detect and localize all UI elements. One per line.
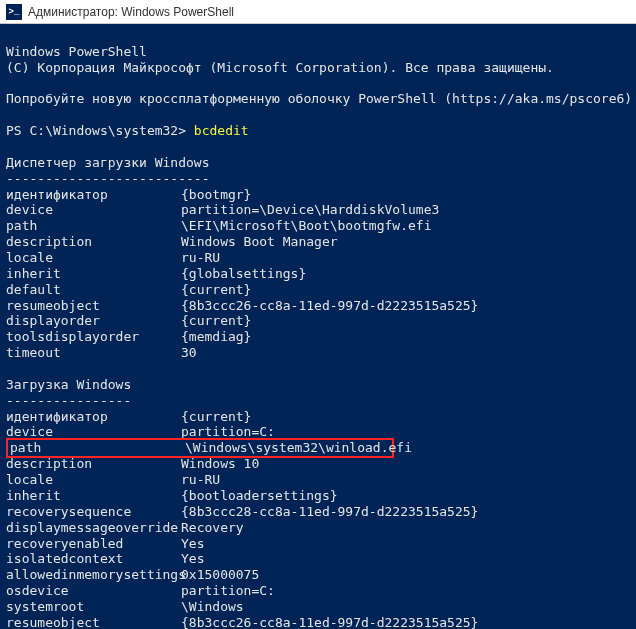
section1-title: Диспетчер загрузки Windows xyxy=(6,155,210,170)
window-title: Администратор: Windows PowerShell xyxy=(28,5,234,19)
command-text: bcdedit xyxy=(194,123,249,138)
table-row: descriptionWindows Boot Manager xyxy=(6,234,630,250)
table-row: allowedinmemorysettings0x15000075 xyxy=(6,567,630,583)
table-row: localeru-RU xyxy=(6,472,630,488)
table-row: resumeobject{8b3ccc26-cc8a-11ed-997d-d22… xyxy=(6,615,630,629)
table-row: isolatedcontextYes xyxy=(6,551,630,567)
table-row: systemroot\Windows xyxy=(6,599,630,615)
table-row: inherit{globalsettings} xyxy=(6,266,630,282)
table-row: displayorder{current} xyxy=(6,313,630,329)
window-titlebar[interactable]: >_ Администратор: Windows PowerShell xyxy=(0,0,636,24)
table-row: resumeobject{8b3ccc26-cc8a-11ed-997d-d22… xyxy=(6,298,630,314)
table-row: идентификатор{bootmgr} xyxy=(6,187,630,203)
table-row: recoverysequence{8b3ccc28-cc8a-11ed-997d… xyxy=(6,504,630,520)
table-row: timeout30 xyxy=(6,345,630,361)
section1-divider: -------------------------- xyxy=(6,171,210,186)
section2-divider: ---------------- xyxy=(6,393,131,408)
table-row: localeru-RU xyxy=(6,250,630,266)
table-row: inherit{bootloadersettings} xyxy=(6,488,630,504)
section2-title: Загрузка Windows xyxy=(6,377,131,392)
ps-header-line2: (C) Корпорация Майкрософт (Microsoft Cor… xyxy=(6,60,554,75)
table-row: recoveryenabledYes xyxy=(6,536,630,552)
powershell-icon: >_ xyxy=(6,4,22,20)
ps-header-line1: Windows PowerShell xyxy=(6,44,147,59)
table-row: default{current} xyxy=(6,282,630,298)
table-row: displaymessageoverrideRecovery xyxy=(6,520,630,536)
table-row: descriptionWindows 10 xyxy=(6,456,630,472)
table-row: toolsdisplayorder{memdiag} xyxy=(6,329,630,345)
table-row: osdevicepartition=C: xyxy=(6,583,630,599)
table-row: path\EFI\Microsoft\Boot\bootmgfw.efi xyxy=(6,218,630,234)
prompt-prefix: PS C:\Windows\system32> xyxy=(6,123,194,138)
table-row: devicepartition=\Device\HarddiskVolume3 xyxy=(6,202,630,218)
terminal-output[interactable]: Windows PowerShell (C) Корпорация Майкро… xyxy=(0,24,636,629)
table-row: идентификатор{current} xyxy=(6,409,630,425)
ps-header-line3: Попробуйте новую кроссплатформенную обол… xyxy=(6,91,632,106)
